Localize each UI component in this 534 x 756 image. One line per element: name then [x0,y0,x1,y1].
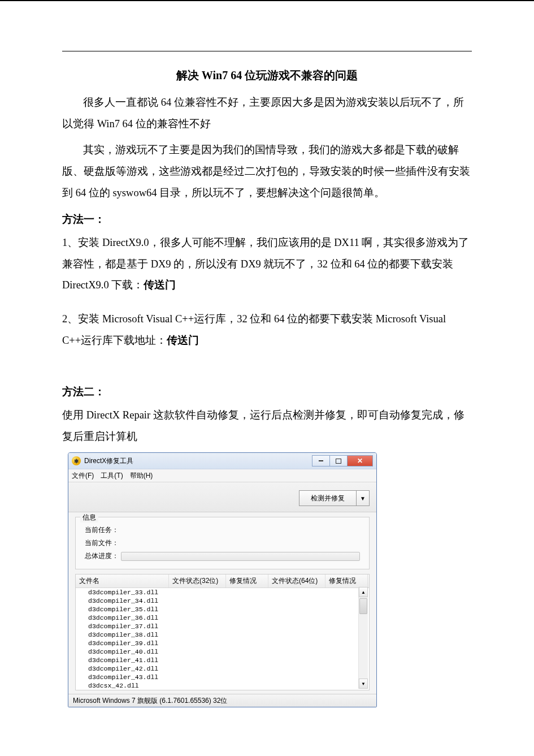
table-row[interactable]: d3dcompiler_35.dll [76,605,369,614]
file-table: 文件名 文件状态(32位) 修复情况 文件状态(64位) 修复情况 d3dcom… [75,574,370,690]
method1-step1-text: 1、安装 DirectX9.0，很多人可能不理解，我们应该用的是 DX11 啊，… [62,237,469,291]
intro-paragraph-2: 其实，游戏玩不了主要是因为我们的国情导致，我们的游戏大多都是下载的破解版、硬盘版… [62,140,472,204]
col-status-64[interactable]: 文件状态(64位) [268,574,325,587]
close-button[interactable]: ✕ [348,455,373,466]
titlebar[interactable]: ✱ DirectX修复工具 ✕ [68,453,376,469]
progress-label: 总体进度： [85,551,121,561]
table-header: 文件名 文件状态(32位) 修复情况 文件状态(64位) 修复情况 [76,574,369,588]
table-row[interactable]: d3dcompiler_39.dll [76,639,369,647]
minimize-icon [319,460,323,461]
detect-repair-button[interactable]: 检测并修复 [299,490,357,506]
intro-paragraph-1: 很多人一直都说 64 位兼容性不好，主要原因大多是因为游戏安装以后玩不了，所以觉… [62,92,472,135]
scroll-down-icon[interactable]: ▼ [359,679,368,689]
table-row[interactable]: d3dcompiler_36.dll [76,614,369,622]
menu-file[interactable]: 文件(F) [72,471,94,481]
method2-heading: 方法二： [62,385,472,399]
method1-step2: 2、安装 Microsoft Visual C++运行库，32 位和 64 位的… [62,309,472,352]
current-file-label: 当前文件： [85,538,121,548]
table-row[interactable]: d3dcompiler_43.dll [76,673,369,681]
table-row[interactable]: d3dcompiler_34.dll [76,597,369,605]
table-row[interactable]: d3dcompiler_40.dll [76,647,369,656]
app-icon: ✱ [72,456,81,465]
close-icon: ✕ [357,457,363,465]
table-row[interactable]: d3dcompiler_42.dll [76,664,369,673]
page-title: 解决 Win7 64 位玩游戏不兼容的问题 [62,68,472,83]
info-group: 信息 当前任务： 当前文件： 总体进度： [75,517,370,569]
scrollbar[interactable]: ▲ ▼ [358,587,368,689]
table-row[interactable]: d3dcompiler_38.dll [76,630,369,639]
method1-heading: 方法一： [62,212,472,227]
status-bar: Microsoft Windows 7 旗舰版 (6.1.7601.65536)… [68,694,376,707]
minimize-button[interactable] [312,455,330,466]
portal-link-2[interactable]: 传送门 [167,335,199,346]
col-status-32[interactable]: 文件状态(32位) [169,574,226,587]
portal-link-1[interactable]: 传送门 [144,279,176,291]
table-body: d3dcompiler_33.dll d3dcompiler_34.dll d3… [76,588,369,690]
menu-tools[interactable]: 工具(T) [101,471,123,481]
table-row[interactable]: d3dcompiler_41.dll [76,656,369,664]
toolbar: 检测并修复 ▼ [68,482,376,512]
progress-bar [121,552,360,561]
col-fix-32[interactable]: 修复情况 [226,574,268,587]
table-row[interactable]: d3dcsx_42.dll [76,681,369,690]
method1-step1: 1、安装 DirectX9.0，很多人可能不理解，我们应该用的是 DX11 啊，… [62,232,472,297]
table-row[interactable]: d3dcompiler_37.dll [76,622,369,630]
directx-repair-window: ✱ DirectX修复工具 ✕ 文件(F) 工具(T) 帮助(H) 检测并修复 … [68,452,377,707]
current-task-label: 当前任务： [85,525,121,535]
scroll-up-icon[interactable]: ▲ [359,587,368,597]
col-filename[interactable]: 文件名 [76,574,169,587]
menu-help[interactable]: 帮助(H) [130,471,153,481]
method1-step2-text: 2、安装 Microsoft Visual C++运行库，32 位和 64 位的… [62,313,446,346]
menubar: 文件(F) 工具(T) 帮助(H) [68,469,376,482]
maximize-button[interactable] [330,455,348,466]
status-text: Microsoft Windows 7 旗舰版 (6.1.7601.65536)… [73,696,227,706]
method2-paragraph: 使用 DirectX Repair 这款软件自动修复，运行后点检测并修复，即可自… [62,405,472,448]
window-title: DirectX修复工具 [84,456,312,466]
scroll-thumb[interactable] [359,598,367,614]
table-row[interactable]: d3dcompiler_33.dll [76,588,369,597]
info-group-legend: 信息 [80,513,98,522]
detect-repair-dropdown[interactable]: ▼ [357,490,370,506]
maximize-icon [336,459,341,464]
col-fix-64[interactable]: 修复情况 [325,574,368,587]
